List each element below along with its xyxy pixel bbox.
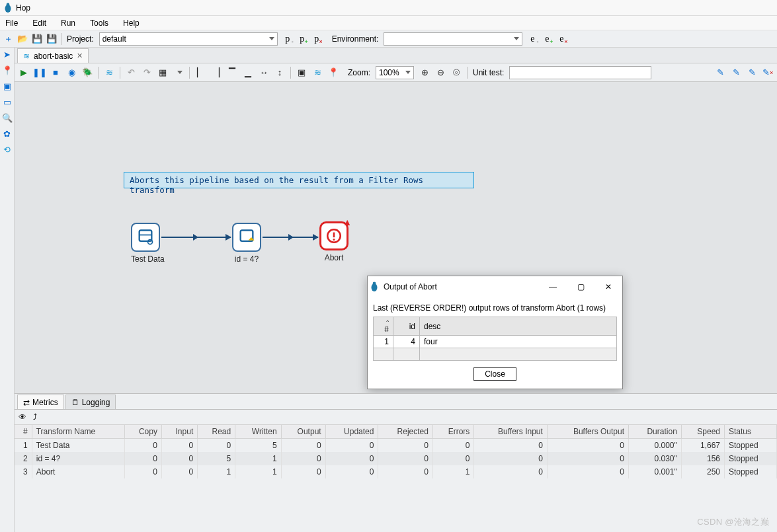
close-icon[interactable]: ✕ bbox=[597, 278, 620, 296]
unit-test-select[interactable] bbox=[509, 66, 651, 79]
menu-tools[interactable]: Tools bbox=[87, 17, 111, 29]
cell: Test Data bbox=[32, 439, 124, 453]
dialog-table: ^# id desc 1 4 four bbox=[373, 317, 617, 361]
node-test-data[interactable]: Test Data bbox=[131, 223, 165, 264]
node-label: Test Data bbox=[131, 254, 165, 264]
branch-icon[interactable]: ⤴ bbox=[33, 412, 37, 422]
pause-icon[interactable]: ❚❚ bbox=[34, 67, 45, 78]
stop-icon[interactable]: ■ bbox=[50, 67, 61, 78]
e-minus-icon[interactable]: e- bbox=[526, 34, 538, 44]
open-icon[interactable]: 📂 bbox=[17, 34, 28, 44]
col-header[interactable]: Duration bbox=[629, 425, 682, 439]
note-box[interactable]: Aborts this pipeline based on the result… bbox=[124, 172, 474, 188]
grid-dropdown-icon[interactable] bbox=[173, 67, 184, 78]
menu-edit[interactable]: Edit bbox=[30, 17, 49, 29]
col-index[interactable]: # bbox=[384, 324, 389, 334]
folder-icon[interactable]: ▭ bbox=[2, 96, 13, 107]
col-header[interactable]: Copy bbox=[124, 425, 161, 439]
col-header[interactable]: Errors bbox=[432, 425, 473, 439]
undo-icon[interactable]: ↶ bbox=[126, 67, 136, 78]
zoom-out-icon[interactable]: ⊖ bbox=[435, 67, 446, 78]
project-select[interactable]: default bbox=[99, 32, 278, 46]
col-header[interactable]: Input bbox=[161, 425, 197, 439]
edit4-icon[interactable]: ✎× bbox=[762, 67, 773, 78]
table-row[interactable]: 3Abort00110001000.001"250Stopped bbox=[15, 465, 777, 478]
align-left-icon[interactable]: ▏ bbox=[195, 67, 206, 78]
save-as-icon[interactable]: 💾 bbox=[46, 34, 57, 44]
p-minus-icon[interactable]: p- bbox=[282, 34, 294, 44]
align-top-icon[interactable]: ▔ bbox=[227, 67, 237, 78]
close-icon[interactable]: ✕ bbox=[77, 52, 83, 60]
edit2-icon[interactable]: ✎ bbox=[731, 67, 741, 78]
eye-icon[interactable]: 👁 bbox=[19, 412, 26, 422]
metrics-icon: ⇄ bbox=[23, 398, 30, 407]
pin-icon[interactable]: 📍 bbox=[2, 65, 13, 75]
e-plus-icon[interactable]: e+ bbox=[541, 34, 553, 44]
edit3-icon[interactable]: ✎ bbox=[747, 67, 757, 78]
col-header[interactable]: # bbox=[15, 425, 32, 439]
redo-icon[interactable]: ↷ bbox=[142, 67, 152, 78]
col-header[interactable]: Written bbox=[235, 425, 281, 439]
menu-file[interactable]: File bbox=[3, 17, 20, 29]
debug-icon[interactable]: 🪲 bbox=[82, 67, 93, 78]
wave2-icon[interactable]: ≋ bbox=[312, 67, 323, 78]
dialog-message: Last (REVERSE ORDER!) output rows of tra… bbox=[373, 301, 617, 317]
table-row[interactable]: 2id = 4?00510000000.030"156Stopped bbox=[15, 452, 777, 465]
col-header[interactable]: Rejected bbox=[378, 425, 433, 439]
environment-select[interactable] bbox=[384, 32, 522, 46]
location2-icon[interactable]: 📍 bbox=[328, 67, 339, 78]
search-icon[interactable]: 🔍 bbox=[2, 112, 13, 123]
pipeline-canvas[interactable]: Aborts this pipeline based on the result… bbox=[15, 82, 777, 393]
table-row[interactable]: 1Test Data00050000000.000"1,667Stopped bbox=[15, 439, 777, 453]
edit1-icon[interactable]: ✎ bbox=[715, 67, 725, 78]
project-value: default bbox=[102, 34, 126, 44]
col-header[interactable]: Transform Name bbox=[32, 425, 124, 439]
col-id[interactable]: id bbox=[393, 317, 420, 336]
zoom-select[interactable]: 100% bbox=[376, 66, 414, 79]
dist-v-icon[interactable]: ↕ bbox=[274, 67, 285, 78]
zoom-100-icon[interactable]: ⦾ bbox=[451, 67, 462, 78]
maximize-icon[interactable]: ▢ bbox=[569, 278, 592, 296]
node-abort[interactable]: ▲ Abort bbox=[319, 221, 348, 262]
cell: 0 bbox=[124, 465, 161, 478]
col-header[interactable]: Status bbox=[725, 425, 777, 439]
menu-run[interactable]: Run bbox=[58, 17, 78, 29]
dialog-titlebar[interactable]: Output of Abort — ▢ ✕ bbox=[368, 276, 622, 297]
preview-icon[interactable]: ◉ bbox=[66, 67, 77, 78]
cell: 0 bbox=[474, 452, 547, 465]
close-button[interactable]: Close bbox=[473, 367, 516, 381]
p-plus-icon[interactable]: p+ bbox=[296, 34, 308, 44]
wave-icon[interactable]: ≋ bbox=[104, 67, 114, 78]
grid-icon[interactable]: ▦ bbox=[157, 67, 168, 78]
location-icon[interactable]: ➤ bbox=[2, 49, 13, 59]
col-header[interactable]: Buffers Input bbox=[474, 425, 547, 439]
col-header[interactable]: Buffers Output bbox=[547, 425, 628, 439]
col-header[interactable]: Updated bbox=[325, 425, 378, 439]
add-icon[interactable]: ＋ bbox=[3, 34, 13, 44]
tab-metrics[interactable]: ⇄Metrics bbox=[17, 395, 64, 409]
zoom-in-icon[interactable]: ⊕ bbox=[419, 67, 430, 78]
screenshot-icon[interactable]: ▣ bbox=[296, 67, 307, 78]
menu-help[interactable]: Help bbox=[120, 17, 142, 29]
col-header[interactable]: Read bbox=[198, 425, 235, 439]
save-icon[interactable]: 💾 bbox=[32, 34, 42, 44]
tab-abort-basic[interactable]: ≋ abort-basic ✕ bbox=[17, 48, 89, 63]
node-filter[interactable]: id = 4? bbox=[232, 223, 261, 264]
metrics-table[interactable]: #Transform NameCopyInputReadWrittenOutpu… bbox=[15, 424, 777, 532]
dist-h-icon[interactable]: ↔ bbox=[259, 67, 269, 78]
e-x-icon[interactable]: e× bbox=[555, 34, 567, 44]
cell: Stopped bbox=[725, 452, 777, 465]
col-desc[interactable]: desc bbox=[420, 317, 617, 336]
square-icon[interactable]: ▣ bbox=[2, 81, 13, 91]
p-x-icon[interactable]: p× bbox=[311, 34, 323, 44]
col-header[interactable]: Output bbox=[281, 425, 325, 439]
align-bottom-icon[interactable]: ▁ bbox=[243, 67, 253, 78]
plugin-icon[interactable]: ⟲ bbox=[2, 144, 13, 155]
minimize-icon[interactable]: — bbox=[542, 278, 564, 296]
tab-logging[interactable]: 🗒Logging bbox=[65, 395, 116, 409]
cell: 0 bbox=[325, 452, 378, 465]
gear-icon[interactable]: ✿ bbox=[2, 128, 13, 139]
align-right-icon[interactable]: ▕ bbox=[211, 67, 222, 78]
run-icon[interactable]: ▶ bbox=[19, 67, 29, 78]
col-header[interactable]: Speed bbox=[681, 425, 724, 439]
